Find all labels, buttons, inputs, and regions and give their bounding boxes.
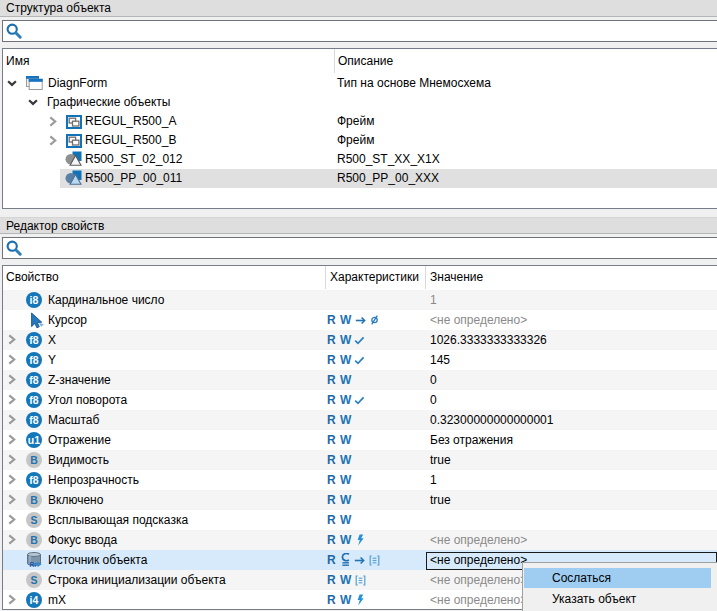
svg-text:f8: f8 — [29, 354, 38, 366]
svg-text:B: B — [30, 494, 38, 506]
svg-text:f8: f8 — [29, 474, 38, 486]
svg-text:u1: u1 — [28, 434, 40, 446]
svg-text:i4: i4 — [30, 594, 39, 606]
svg-text:f8: f8 — [29, 334, 38, 346]
svg-text:f8: f8 — [29, 414, 38, 426]
svg-text:S: S — [30, 514, 37, 526]
svg-text:i8: i8 — [30, 294, 39, 306]
svg-text:B: B — [30, 534, 38, 546]
svg-text:B: B — [30, 454, 38, 466]
svg-text:f8: f8 — [29, 394, 38, 406]
svg-text:S: S — [30, 574, 37, 586]
svg-text:f8: f8 — [29, 374, 38, 386]
